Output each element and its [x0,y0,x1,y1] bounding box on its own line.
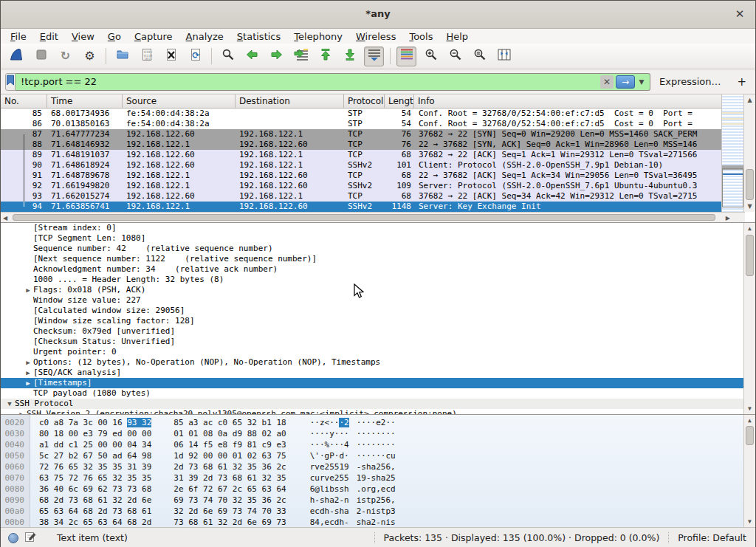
packet-row-93[interactable]: 9371.662015274192.168.122.60192.168.122.… [1,191,723,202]
profile-button[interactable]: Profile: Default [668,532,755,543]
detail-line[interactable]: [Stream index: 0] [1,223,745,233]
hex-row-0070[interactable]: 007063 75 72 76 65 32 35 3531 39 2d 73 6… [1,472,755,484]
detail-line[interactable]: Sequence number: 42 (relative sequence n… [1,244,745,254]
menu-statistics[interactable]: Statistics [230,30,287,44]
expand-arrow-icon[interactable]: ▶ [23,285,33,295]
go-last-packet-button[interactable] [340,47,360,66]
filter-bookmark-button[interactable] [5,73,16,91]
detail-line[interactable]: 1000 .... = Header Length: 32 bytes (8) [1,275,745,285]
detail-line-timestamps-selected[interactable]: ▶[Timestamps] [1,378,745,388]
colorize-packets-button[interactable] [396,47,416,66]
start-capture-button[interactable] [7,47,27,66]
zoom-normal-button[interactable] [470,47,489,66]
detail-line-seq-ack[interactable]: ▶[SEQ/ACK analysis] [1,368,745,378]
packet-row-87[interactable]: 8771.647777234192.168.122.60192.168.122.… [1,129,723,140]
detail-line[interactable]: [TCP Segment Len: 1080] [1,233,745,244]
detail-line[interactable]: [Checksum Status: Unverified] [1,337,745,347]
zoom-in-button[interactable] [421,47,441,66]
scroll-thumb[interactable] [746,426,754,445]
add-filter-button[interactable]: + [729,75,756,89]
open-file-button[interactable] [112,47,132,66]
minimap-viewport-thumb[interactable] [722,168,743,207]
scroll-right-icon[interactable]: ▶ [726,215,730,221]
go-previous-packet-button[interactable] [242,47,262,66]
save-file-button[interactable]: 010101101011 [137,47,157,66]
detail-line[interactable]: Window size value: 227 [1,295,745,306]
hex-row-0040[interactable]: 0040a1 dd c1 25 00 00 04 3406 14 f5 e8 f… [1,439,755,450]
menu-view[interactable]: View [65,30,101,44]
find-packet-button[interactable] [218,47,238,66]
column-header-source[interactable]: Source [123,94,236,108]
column-header-time[interactable]: Time [47,94,123,108]
scroll-up-icon[interactable]: ▲ [744,97,755,103]
scroll-down-icon[interactable]: ▼ [744,518,755,525]
detail-line-ssh-protocol[interactable]: ▼SSH Protocol [1,399,745,409]
display-filter-input[interactable]: !tcp.port == 22 [21,76,600,87]
detail-line[interactable]: Acknowledgment number: 34 (relative ack … [1,264,745,275]
capture-options-button[interactable]: ⚙ [80,47,100,66]
packet-row-86[interactable]: 8670.013850163fe:54:00:d4:38:2aSTP54Conf… [1,119,723,129]
stop-capture-button[interactable] [31,47,51,66]
column-header-destination[interactable]: Destination [236,94,344,108]
column-header-info[interactable]: Info [414,94,745,108]
column-header-protocol[interactable]: Protocol [344,94,385,108]
menu-edit[interactable]: Edit [33,30,65,44]
scroll-left-icon[interactable]: ◀ [3,215,7,221]
go-to-packet-button[interactable] [291,47,311,66]
title-bar[interactable]: *any ✕ [1,1,755,29]
hex-row-0050[interactable]: 00505c 27 b2 67 50 ad 64 981d 92 00 00 0… [1,450,755,461]
detail-line-options[interactable]: ▶Options: (12 bytes), No-Operation (NOP)… [1,357,745,368]
menu-telephony[interactable]: Telephony [287,30,349,44]
capture-comment-icon[interactable] [24,531,36,545]
packet-row-91[interactable]: 9171.648789678192.168.122.1192.168.122.6… [1,171,723,181]
menu-file[interactable]: File [4,30,33,44]
hex-row-0060[interactable]: 006072 76 65 32 35 35 31 392d 73 68 61 3… [1,461,755,472]
scroll-thumb[interactable] [746,235,754,276]
auto-scroll-button[interactable] [364,47,384,66]
menu-go[interactable]: Go [101,30,128,44]
hex-row-0080[interactable]: 008036 40 6c 69 62 73 73 682e 6f 72 67 2… [1,484,755,495]
packet-list-vscrollbar[interactable]: ▲ ▼ [743,94,755,212]
detail-line[interactable]: Checksum: 0x79ed [unverified] [1,326,745,337]
reload-file-button[interactable]: ⟳ [185,47,205,66]
expand-arrow-icon[interactable]: ▶ [23,378,33,388]
column-header-length[interactable]: Length [385,94,414,108]
menu-capture[interactable]: Capture [128,30,179,44]
go-next-packet-button[interactable] [267,47,286,66]
expand-arrow-icon[interactable]: ▶ [16,409,27,414]
detail-line[interactable]: Urgent pointer: 0 [1,347,745,357]
filter-dropdown-caret-icon[interactable]: ▼ [636,75,647,89]
intelligent-scrollbar-minimap[interactable] [721,94,743,212]
display-filter-field[interactable]: !tcp.port == 22 ✕ → ▼ [16,73,650,91]
close-file-button[interactable] [161,47,181,66]
packet-row-85[interactable]: 8568.001734936fe:54:00:d4:38:2aSTP54Conf… [1,109,723,119]
scroll-up-icon[interactable]: ▲ [744,225,755,232]
detail-line-ssh-version[interactable]: ▶SSH Version 2 (encryption:chacha20-poly… [1,409,745,414]
expression-button[interactable]: Expression… [659,76,721,87]
packet-row-89[interactable]: 8971.648191037192.168.122.60192.168.122.… [1,150,723,160]
packet-row-88[interactable]: 8871.648146932192.168.122.1192.168.122.6… [1,140,723,150]
hex-row-0030[interactable]: 003080 18 00 e3 79 ed 00 0001 01 08 0a d… [1,428,755,439]
detail-line[interactable]: TCP payload (1080 bytes) [1,388,745,399]
filter-clear-icon[interactable]: ✕ [600,75,614,89]
hex-row-0020[interactable]: 0020c0 a8 7a 3c 00 16 93 3285 a3 ac c0 6… [1,417,755,428]
menu-analyze[interactable]: Analyze [179,30,230,44]
collapse-arrow-icon[interactable]: ▼ [4,399,15,409]
column-header-no[interactable]: No. [1,94,47,108]
packet-row-94-selected[interactable]: 9471.663856741192.168.122.1192.168.122.6… [1,202,723,212]
window-close-icon[interactable]: ✕ [733,7,746,21]
menu-help[interactable]: Help [439,30,475,44]
restart-capture-button[interactable]: ↻ [55,47,75,66]
zoom-out-button[interactable] [445,47,465,66]
detail-line[interactable]: [Window size scaling factor: 128] [1,316,745,326]
scroll-down-icon[interactable]: ▼ [744,405,755,412]
go-first-packet-button[interactable] [315,47,335,66]
scroll-down-icon[interactable]: ▼ [744,203,755,210]
detail-line[interactable]: [Next sequence number: 1122 (relative se… [1,254,745,264]
hex-row-00a0[interactable]: 00a065 63 64 68 2d 73 68 6132 2d 6e 69 7… [1,506,755,517]
details-vscrollbar[interactable]: ▲ ▼ [743,223,755,414]
detail-line-flags[interactable]: ▶Flags: 0x018 (PSH, ACK) [1,285,745,295]
expand-arrow-icon[interactable]: ▶ [23,368,33,378]
menu-tools[interactable]: Tools [402,30,439,44]
expert-info-icon[interactable] [8,533,18,543]
